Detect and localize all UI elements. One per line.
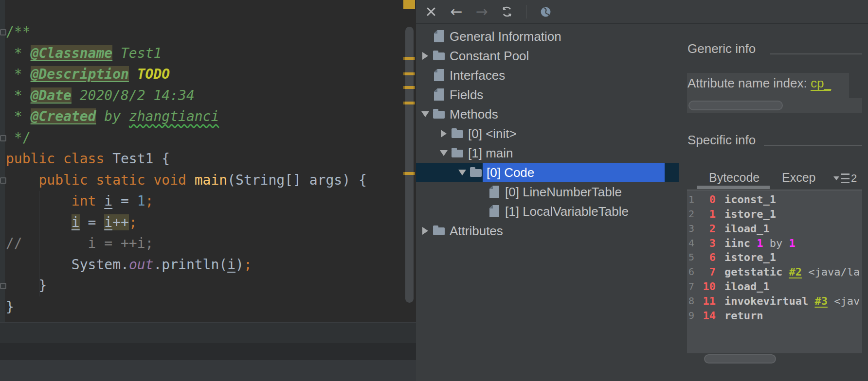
chevron-expanded-icon (421, 111, 429, 117)
line-number: 6 (687, 265, 700, 279)
constant-pool-ref-link[interactable]: #2 (789, 266, 802, 278)
code-line: * @Date 2020/8/2 14:34 (0, 85, 416, 106)
tree-item-label: Fields (450, 87, 483, 103)
code-line: int i = 1; (0, 190, 416, 212)
tree-item--0-init-[interactable]: [0] <init> (416, 124, 679, 143)
warning-stripe-mark[interactable] (403, 72, 415, 75)
code-line: // i = ++i; (0, 233, 416, 254)
code-line: * @Classname Test1 (0, 43, 416, 64)
tree-item-interfaces[interactable]: Interfaces (416, 66, 679, 85)
line-number: 5 (687, 250, 700, 265)
code-line: /** (0, 21, 416, 43)
bytecode-line: 710iload_1 (687, 279, 862, 294)
forward-icon[interactable]: → (475, 5, 488, 18)
bytecode-offset: 0 (700, 192, 716, 207)
tab-list-icon (841, 173, 850, 183)
tree-spacer (473, 182, 488, 202)
chevron-collapsed-icon (422, 52, 428, 60)
fold-marker[interactable] (0, 177, 6, 184)
fold-marker[interactable] (0, 135, 6, 141)
attribute-name-index-label: Attribute name index: (687, 76, 811, 90)
tree-spacer (418, 27, 433, 46)
file-icon (488, 205, 501, 218)
bytecode-instruction: invokevirtual #3 <jav (724, 294, 860, 309)
line-number: 2 (687, 207, 700, 222)
tree-item-label: [1] main (468, 146, 513, 161)
tree-spacer (473, 202, 488, 221)
tree-toggle-arrow[interactable] (418, 221, 433, 241)
bytecode-instruction: istore_1 (724, 207, 776, 222)
code-area: /** * @Classname Test1 * @Description TO… (0, 21, 416, 317)
warning-stripe-mark[interactable] (403, 102, 415, 104)
tab-list-menu[interactable]: 2 (833, 172, 857, 185)
indent-guide (39, 191, 39, 296)
tree-item--0-linenumbertable[interactable]: [0] LineNumberTable (416, 182, 679, 202)
tree-toggle-arrow[interactable] (436, 143, 451, 163)
fold-marker[interactable] (0, 29, 6, 35)
chevron-down-icon (833, 176, 839, 180)
tree-item-label: Interfaces (450, 68, 505, 83)
tab-bytecode[interactable]: Bytecode (709, 171, 760, 185)
tree-item-fields[interactable]: Fields (416, 85, 679, 104)
fold-marker[interactable] (0, 283, 6, 289)
warning-stripe-mark[interactable] (403, 57, 415, 60)
tree-toggle-arrow[interactable] (418, 104, 433, 124)
tree-item-attributes[interactable]: Attributes (416, 221, 679, 241)
inspection-status-square[interactable] (403, 0, 415, 9)
bytecode-offset: 10 (700, 279, 716, 294)
folder-icon (433, 49, 445, 63)
warning-stripe-mark[interactable] (403, 86, 415, 89)
bytecode-offset: 14 (700, 309, 716, 323)
code-editor[interactable]: /** * @Classname Test1 * @Description TO… (0, 0, 416, 322)
tree-item--1-localvariabletable[interactable]: [1] LocalVariableTable (416, 202, 679, 221)
code-line: System.out.println(i); (0, 254, 416, 276)
tree-toggle-arrow[interactable] (436, 124, 451, 143)
tree-item-general-information[interactable]: General Information (416, 27, 679, 46)
tree-toggle-arrow[interactable] (455, 163, 470, 182)
web-icon[interactable] (539, 5, 552, 18)
bytecode-line: 811invokevirtual #3 <jav (687, 294, 862, 309)
active-tab-underline (697, 186, 770, 189)
tree-item-constant-pool[interactable]: Constant Pool (416, 46, 679, 66)
bytecode-horizontal-scrollbar[interactable] (704, 354, 776, 364)
bytecode-instruction: istore_1 (724, 250, 776, 265)
bytecode-tool-window: ← → General InformationConstant Pool (416, 0, 868, 381)
folder-icon (470, 166, 482, 179)
code-line: public class Test1 { (0, 148, 416, 170)
editor-vertical-scrollbar[interactable] (405, 27, 414, 303)
constant-pool-link[interactable]: cp_ (811, 76, 831, 90)
tree-toggle-arrow[interactable] (418, 46, 433, 66)
bytecode-line: 43iinc 1 by 1 (687, 236, 862, 251)
chevron-expanded-icon (440, 150, 448, 156)
tree-item-label: Methods (450, 107, 498, 122)
tree-item-methods[interactable]: Methods (416, 104, 679, 124)
constant-pool-ref-link[interactable]: #3 (814, 295, 828, 307)
tree-item--1-main[interactable]: [1] main (416, 143, 679, 163)
ide-window: /** * @Classname Test1 * @Description TO… (0, 0, 868, 381)
file-icon (433, 88, 445, 102)
toolbar-separator (526, 5, 526, 18)
bytecode-line: 21istore_1 (687, 207, 862, 222)
refresh-icon[interactable] (501, 5, 513, 18)
generic-info-separator (770, 53, 862, 54)
editor-bottom-band-dark (0, 343, 416, 360)
line-number: 7 (687, 279, 700, 294)
close-icon[interactable] (425, 5, 437, 18)
attribute-horizontal-scrollbar[interactable] (688, 101, 783, 110)
bytecode-offset: 11 (700, 294, 716, 309)
bytecode-instruction: iinc 1 by 1 (724, 236, 796, 251)
specific-info-header: Specific info (687, 133, 756, 148)
back-icon[interactable]: ← (450, 5, 463, 18)
tree-item--0-code[interactable]: [0] Code (416, 163, 679, 182)
tree-item-label: General Information (450, 29, 561, 44)
bytecode-instruction: return (724, 309, 763, 323)
tool-window-toolbar: ← → (416, 0, 868, 24)
file-icon (433, 69, 445, 82)
bytecode-viewer[interactable]: 10iconst_121istore_132iload_143iinc 1 by… (687, 190, 862, 353)
tree-item-label: Attributes (450, 224, 503, 239)
tab-exceptions[interactable]: Excep (782, 171, 815, 185)
warning-stripe-mark[interactable] (403, 172, 415, 175)
folder-icon (451, 127, 464, 140)
editor-bottom-band (0, 322, 416, 344)
bytecode-offset: 3 (700, 236, 716, 251)
